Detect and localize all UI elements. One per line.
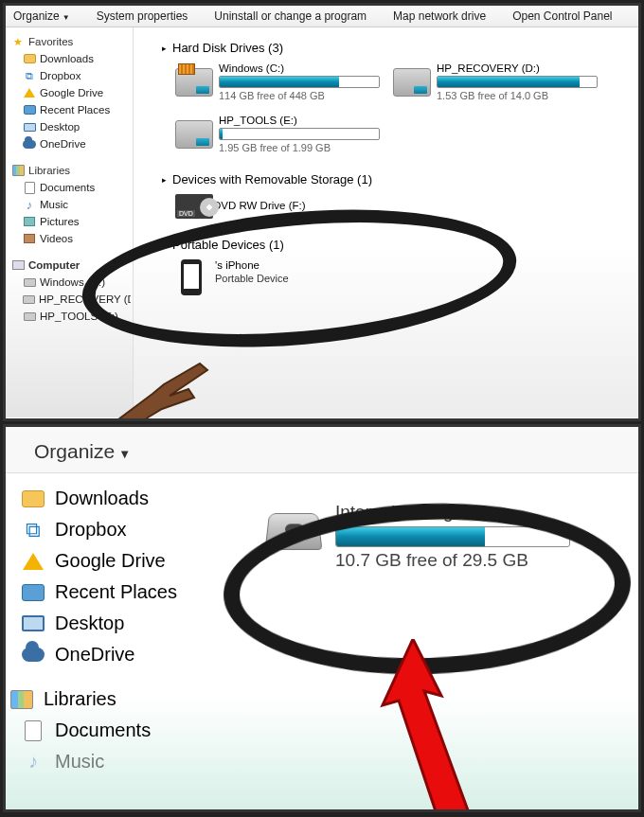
sidebar-item-desktop[interactable]: Desktop xyxy=(21,608,201,639)
drive-icon xyxy=(24,312,36,321)
sidebar-item-drive-e[interactable]: HP_TOOLS (E:) xyxy=(8,308,131,325)
storage-bar-fill xyxy=(438,77,580,87)
sidebar-item-documents[interactable]: Documents xyxy=(21,715,201,746)
drive-hp-tools-e[interactable]: HP_TOOLS (E:) 1.95 GB free of 1.99 GB xyxy=(175,115,393,153)
sidebar-item-onedrive[interactable]: OneDrive xyxy=(21,639,201,670)
music-icon: ♪ xyxy=(23,198,36,211)
sidebar-item-pictures[interactable]: Pictures xyxy=(8,213,131,230)
sidebar-item-desktop[interactable]: Desktop xyxy=(8,118,131,135)
sidebar-item-label: Windows (C:) xyxy=(40,276,105,288)
sidebar-item-music[interactable]: ♪Music xyxy=(8,196,131,213)
sidebar-item-label: OneDrive xyxy=(55,644,134,666)
sidebar-item-downloads[interactable]: Downloads xyxy=(8,50,131,67)
drive-hp-recovery-d[interactable]: HP_RECOVERY (D:) 1.53 GB free of 14.0 GB xyxy=(393,62,611,101)
google-drive-icon xyxy=(23,553,44,570)
explorer-top-panel: Organize▼ System properties Uninstall or… xyxy=(3,3,641,421)
google-drive-icon xyxy=(24,88,35,98)
device-subtitle: Portable Device xyxy=(215,273,393,284)
storage-bar-fill xyxy=(220,129,223,139)
content-pane: ▸Hard Disk Drives (3) Windows (C:) 114 G… xyxy=(134,27,638,417)
drive-windows-c[interactable]: Windows (C:) 114 GB free of 448 GB xyxy=(175,62,393,101)
sidebar-item-dropbox[interactable]: ⧉Dropbox xyxy=(8,67,131,84)
map-network-drive-button[interactable]: Map network drive xyxy=(393,9,486,23)
storage-bar xyxy=(335,526,570,547)
sidebar-item-videos[interactable]: Videos xyxy=(8,230,131,247)
sidebar-item-label: Documents xyxy=(55,719,151,741)
toolbar: Organize▼ xyxy=(6,427,638,473)
drive-free-text: 1.95 GB free of 1.99 GB xyxy=(219,142,393,153)
hard-drive-icon xyxy=(175,120,213,149)
computer-icon xyxy=(12,260,25,270)
storage-device-icon xyxy=(265,513,323,550)
collapse-triangle-icon: ▸ xyxy=(162,175,167,185)
drive-name: Windows (C:) xyxy=(219,62,393,74)
folder-icon xyxy=(24,105,36,115)
uninstall-program-button[interactable]: Uninstall or change a program xyxy=(214,9,367,23)
collapse-triangle-icon: ▸ xyxy=(162,44,167,53)
organize-menu[interactable]: Organize▼ xyxy=(34,440,131,462)
sidebar-item-downloads[interactable]: Downloads xyxy=(21,483,201,514)
drive-internal-storage[interactable]: Internal Storage 10.7 GB free of 29.5 GB xyxy=(267,502,638,571)
sidebar-item-drive-d[interactable]: HP_RECOVERY (D:) xyxy=(8,291,131,308)
sidebar-item-recent-places[interactable]: Recent Places xyxy=(21,577,201,608)
sidebar-item-label: Pictures xyxy=(40,216,80,227)
favorites-group[interactable]: ★Favorites xyxy=(8,33,131,50)
dropbox-icon: ⧉ xyxy=(21,520,45,541)
sidebar-item-label: Desktop xyxy=(55,613,124,634)
storage-bar-fill xyxy=(220,77,339,87)
cloud-icon xyxy=(22,648,45,662)
cloud-icon xyxy=(23,140,36,149)
organize-menu[interactable]: Organize▼ xyxy=(13,9,70,23)
sidebar-item-recent-places[interactable]: Recent Places xyxy=(8,101,131,118)
open-control-panel-button[interactable]: Open Control Panel xyxy=(512,9,612,23)
sidebar-item-label: Desktop xyxy=(40,121,80,133)
sidebar-item-label: HP_TOOLS (E:) xyxy=(40,311,118,322)
navigation-pane: Downloads ⧉Dropbox Google Drive Recent P… xyxy=(6,473,205,807)
dropdown-arrow-icon: ▼ xyxy=(63,13,70,22)
sidebar-item-music[interactable]: ♪Music xyxy=(21,746,201,777)
folder-icon xyxy=(22,584,45,601)
sidebar-item-label: Google Drive xyxy=(40,87,103,98)
computer-group[interactable]: Computer xyxy=(8,257,131,274)
libraries-group[interactable]: Libraries xyxy=(8,162,131,179)
collapse-triangle-icon: ▸ xyxy=(162,240,167,250)
libraries-icon xyxy=(10,690,33,709)
sidebar-item-onedrive[interactable]: OneDrive xyxy=(8,135,131,152)
sidebar-item-label: Google Drive xyxy=(55,550,166,572)
sidebar-item-documents[interactable]: Documents xyxy=(8,179,131,196)
sidebar-item-label: Documents xyxy=(40,182,95,193)
section-label: Portable Devices (1) xyxy=(172,238,284,252)
section-hard-disk-drives[interactable]: ▸Hard Disk Drives (3) xyxy=(162,41,629,55)
libraries-icon xyxy=(12,165,25,176)
organize-label: Organize xyxy=(13,9,60,23)
system-properties-button[interactable]: System properties xyxy=(97,9,188,23)
drive-name: Internal Storage xyxy=(335,502,570,523)
drive-icon xyxy=(24,278,36,287)
hard-drive-icon xyxy=(175,68,213,97)
organize-label: Organize xyxy=(34,440,115,462)
sidebar-item-label: Downloads xyxy=(55,488,149,509)
dropdown-arrow-icon: ▼ xyxy=(118,447,131,461)
drive-name: HP_RECOVERY (D:) xyxy=(437,62,611,74)
libraries-label: Libraries xyxy=(44,688,116,710)
libraries-group[interactable]: Libraries xyxy=(9,684,201,715)
drive-free-text: 114 GB free of 448 GB xyxy=(219,90,393,101)
storage-bar xyxy=(219,128,380,140)
dropbox-icon: ⧉ xyxy=(23,69,36,82)
sidebar-item-dropbox[interactable]: ⧉Dropbox xyxy=(21,514,201,545)
document-icon xyxy=(25,182,35,194)
iphone-icon xyxy=(181,259,202,295)
device-iphone[interactable]: 's iPhone Portable Device xyxy=(175,259,393,295)
drive-name: HP_TOOLS (E:) xyxy=(219,115,393,126)
sidebar-item-drive-c[interactable]: Windows (C:) xyxy=(8,274,131,291)
sidebar-item-google-drive[interactable]: Google Drive xyxy=(8,84,131,101)
computer-label: Computer xyxy=(28,259,80,271)
section-portable-devices[interactable]: ▸Portable Devices (1) xyxy=(162,238,629,252)
sidebar-item-label: Dropbox xyxy=(55,519,127,541)
drive-dvd-rw[interactable]: DVD DVD RW Drive (F:) xyxy=(175,194,393,219)
libraries-label: Libraries xyxy=(28,165,70,176)
navigation-pane: ★Favorites Downloads ⧉Dropbox Google Dri… xyxy=(6,27,134,417)
sidebar-item-google-drive[interactable]: Google Drive xyxy=(21,545,201,577)
storage-bar xyxy=(437,76,598,88)
section-removable-storage[interactable]: ▸Devices with Removable Storage (1) xyxy=(162,172,629,186)
